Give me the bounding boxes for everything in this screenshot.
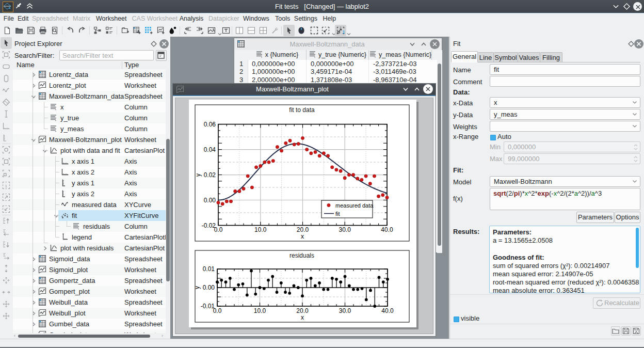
svg-text:0.06: 0.06 bbox=[204, 121, 216, 128]
svg-text:1: 1 bbox=[5, 184, 8, 188]
svg-text:0.01: 0.01 bbox=[203, 265, 215, 273]
svg-text:10.0: 10.0 bbox=[254, 226, 267, 233]
svg-text:residuals: residuals bbox=[289, 252, 314, 259]
svg-text:x: x bbox=[301, 314, 304, 321]
svg-text:30.0: 30.0 bbox=[339, 307, 351, 314]
svg-text:1: 1 bbox=[343, 29, 345, 35]
svg-text:40.0: 40.0 bbox=[381, 307, 394, 314]
svg-text:-0.02: -0.02 bbox=[202, 222, 216, 229]
svg-text:30.0: 30.0 bbox=[339, 226, 351, 233]
svg-text:y: y bbox=[194, 286, 201, 289]
svg-text:x: x bbox=[301, 233, 304, 240]
svg-text:0.00: 0.00 bbox=[204, 197, 216, 204]
svg-text:-0.01: -0.01 bbox=[201, 303, 215, 310]
svg-text:fit to data: fit to data bbox=[289, 106, 315, 114]
svg-text:0.04: 0.04 bbox=[204, 146, 216, 153]
svg-text:20.0: 20.0 bbox=[296, 307, 309, 314]
svg-text:0.00: 0.00 bbox=[203, 284, 215, 291]
svg-text:40.0: 40.0 bbox=[381, 226, 393, 233]
svg-text:20.0: 20.0 bbox=[297, 226, 309, 233]
svg-text:0.02: 0.02 bbox=[204, 171, 216, 179]
svg-text:10.0: 10.0 bbox=[254, 307, 266, 314]
svg-text:measured data: measured data bbox=[335, 202, 374, 209]
svg-text:y: y bbox=[195, 173, 202, 177]
svg-text:fit: fit bbox=[335, 211, 340, 217]
